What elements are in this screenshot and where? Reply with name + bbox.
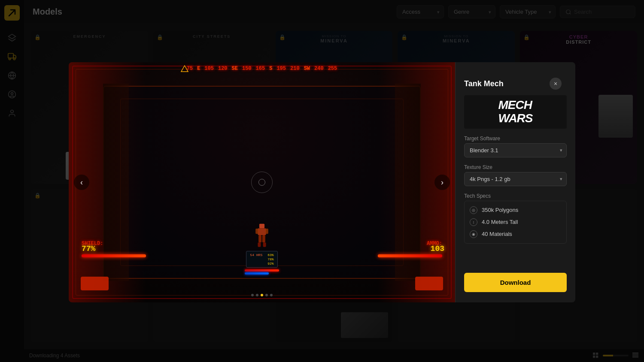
close-icon: × [554, 80, 557, 87]
texture-size-label: Texture Size [464, 164, 567, 170]
hud-num-8: 240 [314, 66, 324, 72]
modal-close-button[interactable]: × [550, 78, 562, 90]
brand-line2: WARS [498, 112, 533, 125]
modal-overlay[interactable]: 75 E 105 120 SE 150 165 S 195 210 SW 240… [0, 0, 644, 362]
svg-rect-19 [259, 224, 264, 228]
brand-logo: MECH WARS [464, 95, 567, 129]
material-icon: ◉ [470, 230, 477, 238]
hud-label-sw: SW [304, 66, 310, 72]
stat-label-1: 54 HRS [250, 253, 262, 257]
hud-label-se: SE [232, 66, 238, 72]
svg-rect-22 [265, 229, 268, 234]
spec-row-height: ↕ 4.0 Meters Tall [470, 218, 561, 226]
dot-1 [251, 294, 254, 296]
hud-num-5: 165 [256, 66, 265, 72]
svg-rect-26 [263, 242, 266, 247]
spec-height: 4.0 Meters Tall [482, 219, 518, 225]
stat-val-2: 78% [267, 257, 273, 261]
brand-line1: MECH [498, 99, 533, 112]
nav-right-button[interactable]: › [434, 175, 450, 190]
modal-image-panel: 75 E 105 120 SE 150 165 S 195 210 SW 240… [69, 62, 455, 302]
spec-row-materials: ◉ 40 Materials [470, 230, 561, 238]
hud-num-2: 105 [204, 66, 214, 72]
hud-num-4: 150 [242, 66, 252, 72]
polygon-icon: ◎ [470, 206, 477, 214]
svg-marker-18 [181, 66, 188, 72]
spec-row-polygons: ◎ 350k Polygons [470, 206, 561, 214]
hud-num-9: 255 [328, 66, 337, 72]
chevron-left-icon: ‹ [80, 178, 83, 187]
dot-2 [256, 294, 258, 296]
shield-value: 77% [82, 244, 95, 253]
tech-specs-label: Tech Specs [464, 193, 567, 199]
brand-text: MECH WARS [498, 99, 533, 125]
dot-5 [270, 294, 273, 296]
stat-val-1: 63% [267, 253, 273, 257]
texture-size-select[interactable]: 4k Pngs - 1.2 gb 2k Pngs - 400 mb 1k Png… [464, 172, 567, 186]
tech-specs-section: Tech Specs ◎ 350k Polygons ↕ 4.0 Meters … [464, 193, 567, 244]
ammo-value: 103 [431, 244, 444, 253]
spec-materials: 40 Materials [482, 231, 512, 237]
target-software-label: Target Software [464, 136, 567, 142]
download-button[interactable]: Download [464, 273, 567, 292]
carousel-dots [251, 294, 273, 296]
svg-rect-23 [258, 235, 261, 242]
dot-4 [265, 294, 268, 296]
cockpit-scene: 75 E 105 120 SE 150 165 S 195 210 SW 240… [69, 62, 455, 302]
texture-size-select-wrapper[interactable]: 4k Pngs - 1.2 gb 2k Pngs - 400 mb 1k Png… [464, 172, 567, 186]
hud-label-e: E [197, 66, 200, 72]
svg-rect-20 [258, 228, 266, 235]
tech-specs-list: ◎ 350k Polygons ↕ 4.0 Meters Tall ◉ 40 M… [464, 201, 567, 244]
modal: 75 E 105 120 SE 150 165 S 195 210 SW 240… [69, 62, 575, 302]
texture-size-section: Texture Size 4k Pngs - 1.2 gb 2k Pngs - … [464, 164, 567, 186]
stat-val-3: 92% [267, 262, 273, 265]
svg-rect-21 [255, 229, 258, 234]
dot-3-active [261, 294, 263, 296]
target-software-select[interactable]: Blender 3.1 Blender 4.0 Maya 3ds Max Cin… [464, 143, 567, 157]
height-icon: ↕ [470, 218, 477, 226]
hud-num-3: 120 [218, 66, 228, 72]
mech-figure-icon [251, 223, 273, 249]
chevron-right-icon: › [441, 178, 444, 187]
svg-rect-24 [262, 235, 265, 242]
modal-info-panel: × Tank Mech MECH WARS Target Software Bl… [455, 62, 575, 302]
target-software-section: Target Software Blender 3.1 Blender 4.0 … [464, 136, 567, 157]
spec-polygons: 350k Polygons [482, 207, 518, 213]
hud-triangle-icon [180, 65, 189, 73]
nav-left-button[interactable]: ‹ [74, 175, 89, 190]
hud-num-6: 195 [276, 66, 286, 72]
target-software-select-wrapper[interactable]: Blender 3.1 Blender 4.0 Maya 3ds Max Cin… [464, 143, 567, 157]
hud-label-s: S [269, 66, 272, 72]
hud-num-7: 210 [290, 66, 300, 72]
svg-rect-25 [258, 242, 261, 247]
